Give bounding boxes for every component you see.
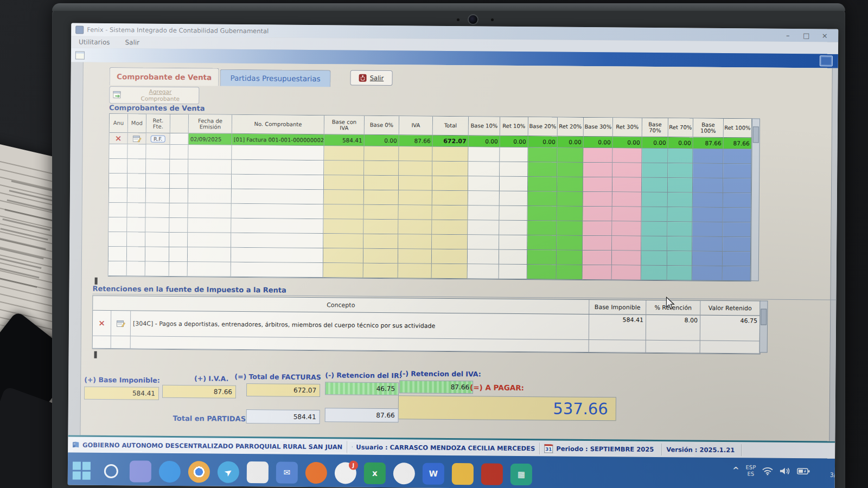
taskbar-icon-acrobat[interactable] <box>481 463 503 485</box>
empty-cell <box>127 232 145 247</box>
empty-cell <box>324 146 364 161</box>
taskbar-icon-firefox[interactable] <box>305 462 327 484</box>
taskbar-icon-task-view[interactable] <box>130 460 151 482</box>
taskbar-icon-start[interactable] <box>71 460 93 481</box>
tab-comprobante-venta[interactable]: Comprobante de Venta <box>109 67 219 86</box>
empty-cell <box>111 336 131 349</box>
retencion-ir-label: (-) Retencion del IR: <box>325 371 401 380</box>
volume-icon[interactable] <box>780 466 790 475</box>
taskbar: ➤✉JxW▦ ^ ESP ES <box>68 452 835 488</box>
empty-cell <box>642 178 668 192</box>
tab-partidas-presupuestarias[interactable]: Partidas Presupuestarias <box>220 69 330 87</box>
close-button[interactable]: × <box>815 31 834 40</box>
empty-cell <box>668 192 693 207</box>
empty-cell <box>557 221 583 236</box>
taskbar-icon-edge[interactable] <box>159 461 181 483</box>
empty-cell <box>499 235 527 250</box>
retencion-fuente-button[interactable]: R.F. <box>146 133 170 145</box>
taskbar-icon-word[interactable]: W <box>423 463 444 485</box>
taskbar-icon-telegram[interactable]: ➤ <box>218 461 239 483</box>
empty-cell <box>468 206 500 220</box>
column-header-base-0%: Base 0% <box>365 116 399 136</box>
empty-cell <box>667 266 692 280</box>
taskbar-icon-file-explorer[interactable] <box>452 463 474 485</box>
empty-cell <box>170 145 188 159</box>
empty-cell <box>108 247 127 261</box>
taskbar-icon-chrome-profile[interactable] <box>393 463 415 484</box>
empty-cell <box>641 266 667 280</box>
scrollbar-thumb[interactable] <box>95 278 98 285</box>
taskbar-icon-fenix-accounting[interactable]: ▦ <box>510 464 532 485</box>
empty-cell <box>231 219 323 234</box>
taskbar-icon-chrome[interactable] <box>188 461 210 483</box>
delete-icon: × <box>115 134 122 143</box>
wifi-icon[interactable] <box>762 466 773 475</box>
anular-retencion-button[interactable]: × <box>93 311 111 336</box>
empty-cell <box>667 236 692 251</box>
row-cell: 0.00 <box>469 136 500 147</box>
scrollbar-thumb[interactable] <box>94 351 97 358</box>
empty-cell <box>583 221 612 236</box>
taskbar-icon-gmail[interactable]: J <box>335 462 356 484</box>
empty-cell <box>188 203 232 219</box>
notification-badge: J <box>349 461 358 470</box>
taskbar-icon-search[interactable] <box>100 460 122 482</box>
scrollbar-thumb[interactable] <box>753 126 759 143</box>
table-vertical-scrollbar[interactable] <box>751 118 760 281</box>
maximize-button[interactable]: □ <box>797 31 815 39</box>
agregar-line1: Agregar <box>149 88 171 95</box>
empty-cell <box>723 149 751 164</box>
taskbar-icon-recycle-bin[interactable] <box>247 461 269 483</box>
row-cell: 02/09/2025 <box>189 133 232 145</box>
battery-icon[interactable] <box>797 467 810 475</box>
column-header-ret-100%: Ret 100% <box>724 119 752 138</box>
icon-glyph: ▦ <box>518 470 525 478</box>
salir-button[interactable]: Salir <box>350 70 392 86</box>
column-header-anu: Anu <box>110 114 128 133</box>
empty-cell <box>468 191 500 206</box>
modificar-row-button[interactable] <box>128 133 146 144</box>
modificar-retencion-button[interactable] <box>111 311 131 336</box>
column-header-iva: IVA <box>399 116 433 135</box>
column-header-base-10%: Base 10% <box>469 117 500 136</box>
empty-cell <box>145 247 169 262</box>
empty-cell <box>612 251 641 265</box>
empty-cell <box>528 162 557 177</box>
icon-glyph: x <box>372 469 378 477</box>
empty-cell <box>324 175 364 190</box>
retenciones-vertical-scrollbar[interactable] <box>760 300 768 352</box>
column-header-fecha-de-emisi-n: Fecha de Emisión <box>189 114 232 134</box>
empty-cell <box>231 233 323 248</box>
anular-row-button[interactable]: × <box>110 133 128 144</box>
taskbar-icon-excel[interactable]: x <box>364 463 386 484</box>
empty-cell <box>668 207 693 222</box>
minimize-button[interactable]: – <box>778 31 797 39</box>
total-facturas-label: (=) Total de FACTURAS <box>234 373 321 381</box>
empty-cell <box>127 261 145 276</box>
empty-cell <box>109 174 127 188</box>
empty-cell <box>109 159 127 174</box>
empty-cell <box>500 162 528 177</box>
empty-cell <box>398 234 432 249</box>
empty-cell <box>499 250 527 265</box>
row-cell: 584.41 <box>324 134 365 146</box>
comprobantes-grid: AnuModRet. Fte.Fecha de EmisiónNo. Compr… <box>108 113 752 281</box>
empty-cell <box>127 174 146 188</box>
agregar-comprobante-button[interactable]: Agregar Comprobante <box>109 86 199 104</box>
empty-cell <box>527 221 557 235</box>
empty-cell <box>668 149 693 163</box>
scrollbar-thumb[interactable] <box>761 309 767 325</box>
menu-utilitarios[interactable]: Utilitarios <box>71 38 118 46</box>
partidas-base-value: 584.41 <box>246 409 320 424</box>
empty-cell <box>499 265 527 279</box>
user-icon <box>352 443 353 451</box>
tray-expand-chevron-icon[interactable]: ^ <box>732 466 739 474</box>
language-indicator[interactable]: ESP ES <box>745 464 756 477</box>
menu-salir[interactable]: Salir <box>117 38 147 46</box>
total-facturas-value: 672.07 <box>246 383 320 397</box>
child-window-restore-button[interactable] <box>820 55 833 66</box>
taskbar-icon-mail[interactable]: ✉ <box>276 461 298 483</box>
empty-cell <box>612 163 642 177</box>
empty-cell <box>109 203 127 217</box>
empty-cell <box>723 237 751 252</box>
